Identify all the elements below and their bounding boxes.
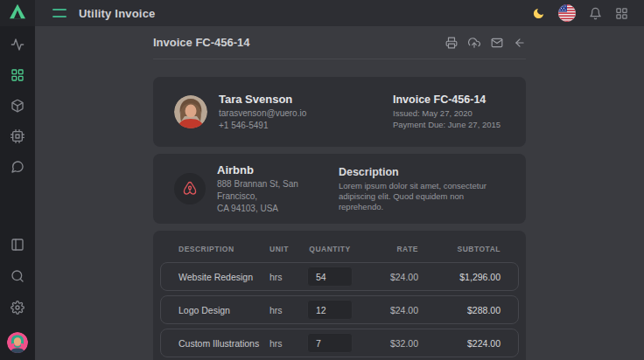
invoice-meta: Invoice FC-456-14 Issued: May 27, 2020 P… [393,93,505,130]
airbnb-logo-icon [174,173,206,204]
back-arrow-icon[interactable] [514,37,526,49]
gear-icon[interactable] [10,301,24,315]
sidebar-bottom [7,238,28,360]
invoice-due: Payment Due: June 27, 2015 [393,119,505,130]
bell-icon[interactable] [589,7,602,20]
content-column: Invoice FC-456-14 [153,26,526,360]
profile-avatar[interactable] [7,332,28,353]
vuero-logo-icon [9,3,26,23]
box-icon[interactable] [10,99,24,113]
item-subtotal: $1,296.00 [427,272,500,282]
quantity-input[interactable] [307,300,353,320]
company-card: Airbnb 888 Brannan St, San Francisco, CA… [153,154,526,224]
grid-icon[interactable] [10,68,24,82]
line-items-card: DESCRIPTION UNIT QUANTITY RATE SUBTOTAL … [153,231,526,360]
navbar-actions [532,4,628,22]
invoice-number: Invoice FC-456-14 [393,93,505,106]
panel-icon[interactable] [10,238,24,252]
customer-avatar [174,95,207,128]
description-body: Lorem ipsum dolor sit amet, consectetur … [339,181,505,212]
company-address-1: 888 Brannan St, San Francisco, [217,178,339,203]
item-rate: $24.00 [364,305,418,315]
item-description: Custom Illustrations [178,338,261,349]
table-row: Logo Design hrs $24.00 $288.00 [160,295,519,324]
table-row: Custom Illustrations hrs $32.00 $224.00 [160,329,519,357]
item-description: Logo Design [178,305,261,315]
item-unit: hrs [270,272,296,282]
sidebar [0,0,35,360]
top-navbar: Utility Invoice [35,0,644,26]
sidebar-nav [10,26,24,190]
item-rate: $24.00 [364,272,418,282]
item-subtotal: $224.00 [427,338,500,349]
cpu-icon[interactable] [10,129,24,143]
col-subtotal: SUBTOTAL [427,245,500,253]
quantity-input[interactable] [307,267,353,287]
customer-info: Tara Svenson tarasvenson@vuero.io +1 546… [219,93,306,132]
moon-icon[interactable] [532,7,545,20]
invoice-description: Description Lorem ipsum dolor sit amet, … [339,166,505,212]
page-title: Invoice FC-456-14 [153,36,250,49]
menu-toggle-icon[interactable] [52,9,66,17]
customer-email: tarasvenson@vuero.io [219,107,306,120]
printer-icon[interactable] [445,37,458,49]
item-description: Website Redesign [178,272,261,282]
customer-card: Tara Svenson tarasvenson@vuero.io +1 546… [153,77,526,147]
us-flag-icon[interactable] [558,4,576,22]
col-rate: RATE [364,245,418,253]
cloud-upload-icon[interactable] [468,37,480,49]
quantity-input[interactable] [307,333,353,353]
table-header-row: DESCRIPTION UNIT QUANTITY RATE SUBTOTAL [160,238,519,262]
col-description: DESCRIPTION [178,245,261,253]
customer-phone: +1 546-5491 [219,120,306,132]
col-unit: UNIT [270,245,296,253]
navbar-title: Utility Invoice [79,7,156,20]
main-area: Invoice FC-456-14 [35,26,644,360]
item-subtotal: $288.00 [427,305,500,315]
customer-name: Tara Svenson [219,93,306,106]
company-info: Airbnb 888 Brannan St, San Francisco, CA… [217,163,339,215]
item-rate: $32.00 [364,338,418,349]
apps-icon[interactable] [615,7,628,20]
company-address-2: CA 94103, USA [217,203,339,215]
company-name: Airbnb [217,163,339,177]
chat-icon[interactable] [10,160,24,174]
description-heading: Description [339,166,505,178]
mail-icon[interactable] [491,37,503,49]
item-unit: hrs [270,305,296,315]
app-logo[interactable] [0,0,35,26]
activity-icon[interactable] [10,38,24,52]
col-quantity: QUANTITY [304,245,355,253]
item-unit: hrs [270,338,296,349]
page-header: Invoice FC-456-14 [153,26,526,59]
invoice-issued: Issued: May 27, 2020 [393,107,505,119]
search-icon[interactable] [10,269,24,283]
table-row: Website Redesign hrs $24.00 $1,296.00 [160,262,519,291]
invoice-toolbar [445,37,526,49]
